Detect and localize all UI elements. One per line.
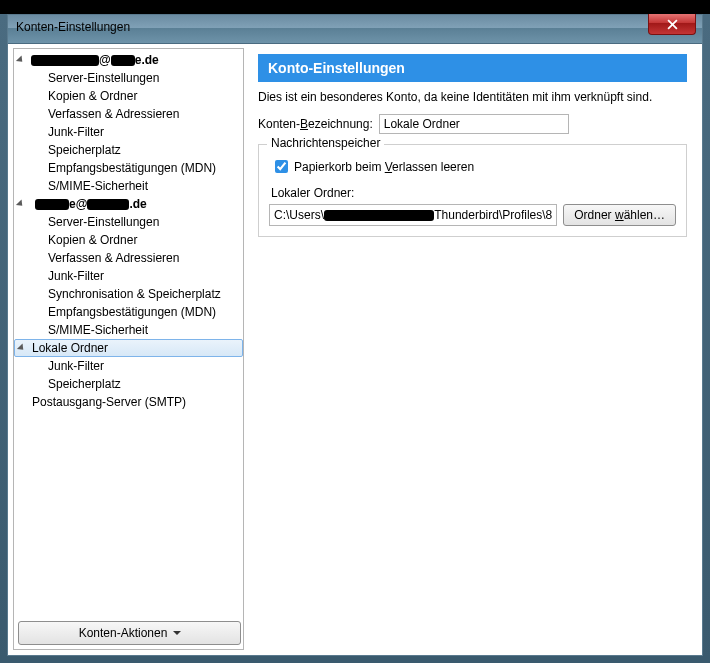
tree-item-smime[interactable]: S/MIME-Sicherheit	[14, 177, 243, 195]
account-email-suffix: e.de	[135, 51, 159, 69]
tree-item-smime[interactable]: S/MIME-Sicherheit	[14, 321, 243, 339]
group-legend: Nachrichtenspeicher	[267, 136, 384, 150]
tree-item-junk-filter[interactable]: Junk-Filter	[14, 123, 243, 141]
account-actions-label: Konten-Aktionen	[79, 626, 168, 640]
tree-item-sync-diskspace[interactable]: Synchronisation & Speicherplatz	[14, 285, 243, 303]
empty-trash-row[interactable]: Papierkorb beim Verlassen leeren	[271, 157, 676, 176]
tree-item-compose-address[interactable]: Verfassen & Adressieren	[14, 105, 243, 123]
empty-trash-label: Papierkorb beim Verlassen leeren	[294, 160, 474, 174]
titlebar[interactable]: Konten-Einstellungen	[8, 15, 702, 44]
tree-item-copies-folders[interactable]: Kopien & Ordner	[14, 87, 243, 105]
account-node-2[interactable]: e@ .de	[14, 195, 243, 213]
tree-item-compose-address[interactable]: Verfassen & Adressieren	[14, 249, 243, 267]
window-title: Konten-Einstellungen	[16, 20, 130, 34]
account-actions-button[interactable]: Konten-Aktionen	[18, 621, 241, 645]
tree-item-diskspace[interactable]: Speicherplatz	[14, 375, 243, 393]
redacted	[111, 55, 135, 66]
tree-item-mdn[interactable]: Empfangsbestätigungen (MDN)	[14, 303, 243, 321]
tree-item-label: Lokale Ordner	[32, 340, 108, 356]
close-icon	[667, 19, 678, 30]
tree-item-junk-filter[interactable]: Junk-Filter	[14, 357, 243, 375]
tree-item-junk-filter[interactable]: Junk-Filter	[14, 267, 243, 285]
account-name-input[interactable]	[379, 114, 569, 134]
account-tree-sidebar: @ e.de Server-Einstellungen Kopien & Ord…	[13, 48, 244, 650]
settings-panel: Konto-Einstellungen Dies ist ein besonde…	[244, 48, 697, 650]
chevron-down-icon	[173, 631, 180, 635]
local-folder-path[interactable]: C:\Users\ Thunderbird\Profiles\8	[269, 204, 557, 226]
message-store-group: Nachrichtenspeicher Papierkorb beim Verl…	[258, 144, 687, 237]
close-button[interactable]	[648, 14, 696, 35]
redacted	[35, 199, 69, 210]
account-node-1[interactable]: @ e.de	[14, 51, 243, 69]
tree-item-copies-folders[interactable]: Kopien & Ordner	[14, 231, 243, 249]
tree-item-mdn[interactable]: Empfangsbestätigungen (MDN)	[14, 159, 243, 177]
account-email-mid: @	[99, 51, 111, 69]
panel-description: Dies ist ein besonderes Konto, da keine …	[258, 90, 687, 104]
browse-folder-button[interactable]: Ordner wählen…	[563, 204, 676, 226]
local-folder-label: Lokaler Ordner:	[271, 186, 676, 200]
empty-trash-checkbox[interactable]	[275, 160, 288, 173]
panel-heading: Konto-Einstellungen	[258, 54, 687, 82]
account-email-mid: e@	[69, 195, 87, 213]
expand-icon[interactable]	[18, 56, 27, 65]
tree-item-local-folders[interactable]: Lokale Ordner	[14, 339, 243, 357]
tree-item-server-settings[interactable]: Server-Einstellungen	[14, 213, 243, 231]
tree-item-diskspace[interactable]: Speicherplatz	[14, 141, 243, 159]
dialog-window: Konten-Einstellungen @ e.de	[7, 14, 703, 656]
tree-item-smtp[interactable]: Postausgang-Server (SMTP)	[14, 393, 243, 411]
expand-icon[interactable]	[18, 200, 27, 209]
account-email-suffix: .de	[129, 195, 146, 213]
expand-icon[interactable]	[19, 344, 28, 353]
account-tree[interactable]: @ e.de Server-Einstellungen Kopien & Ord…	[14, 49, 243, 617]
tree-item-server-settings[interactable]: Server-Einstellungen	[14, 69, 243, 87]
account-name-label: Konten-Bezeichnung:	[258, 117, 373, 131]
redacted	[87, 199, 129, 210]
redacted	[31, 55, 99, 66]
redacted	[324, 210, 434, 221]
